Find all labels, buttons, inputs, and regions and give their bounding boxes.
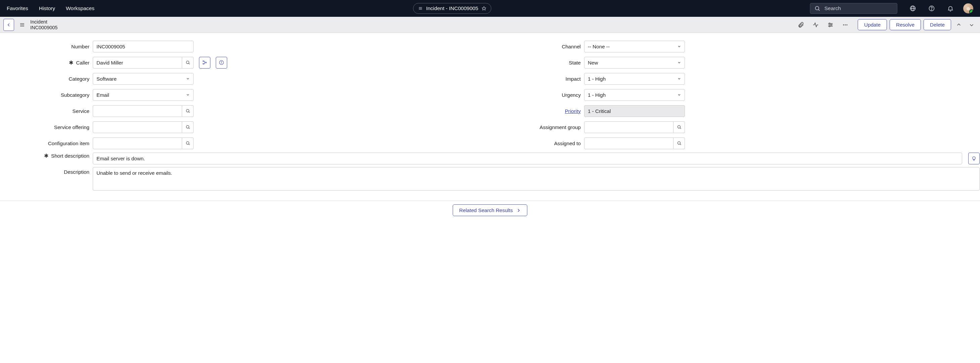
assigned-to-lookup-button[interactable] bbox=[673, 137, 685, 149]
search-icon bbox=[814, 5, 820, 11]
breadcrumb-id: INC0009005 bbox=[30, 25, 57, 30]
title-pill[interactable]: Incident - INC0009005 bbox=[413, 3, 492, 14]
svg-point-23 bbox=[186, 61, 189, 64]
settings-sliders-icon[interactable] bbox=[826, 21, 835, 29]
nav-favorites[interactable]: Favorites bbox=[7, 5, 28, 11]
chevron-down-icon bbox=[186, 93, 190, 97]
bell-icon[interactable] bbox=[944, 2, 956, 14]
chevron-down-icon bbox=[677, 93, 681, 97]
global-search[interactable] bbox=[810, 3, 897, 14]
description-field[interactable]: Unable to send or receive emails. bbox=[93, 167, 980, 191]
caller-field[interactable] bbox=[93, 57, 182, 68]
nav-workspaces[interactable]: Workspaces bbox=[66, 5, 94, 11]
label-service-offering: Service offering bbox=[0, 124, 89, 130]
configuration-item-field[interactable] bbox=[93, 137, 182, 149]
label-service: Service bbox=[0, 108, 89, 114]
category-select[interactable]: Software bbox=[93, 73, 194, 85]
global-topbar: Favorites History Workspaces Incident - … bbox=[0, 0, 980, 17]
svg-line-32 bbox=[189, 111, 189, 113]
incident-form: Number ✱ Caller bbox=[0, 33, 980, 201]
svg-point-27 bbox=[206, 62, 207, 63]
short-description-field[interactable] bbox=[93, 153, 962, 164]
impact-value: 1 - High bbox=[588, 76, 606, 82]
svg-line-40 bbox=[680, 144, 681, 145]
svg-point-19 bbox=[829, 25, 830, 27]
svg-point-30 bbox=[221, 62, 221, 62]
required-icon: ✱ bbox=[44, 153, 48, 159]
form-right-column: Channel -- None -- State New Impact 1 - … bbox=[492, 40, 980, 150]
assigned-to-field[interactable] bbox=[584, 137, 673, 149]
svg-point-22 bbox=[846, 24, 848, 25]
assignment-group-field[interactable] bbox=[584, 121, 673, 133]
configuration-item-lookup-button[interactable] bbox=[182, 137, 194, 149]
help-icon[interactable] bbox=[926, 2, 938, 14]
label-short-description: ✱ Short description bbox=[0, 153, 89, 159]
category-value: Software bbox=[97, 76, 117, 82]
channel-value: -- None -- bbox=[588, 44, 609, 49]
globe-icon[interactable] bbox=[907, 2, 919, 14]
star-icon[interactable] bbox=[482, 6, 486, 11]
label-description: Description bbox=[0, 167, 89, 175]
label-category: Category bbox=[0, 76, 89, 82]
state-value: New bbox=[588, 60, 598, 65]
urgency-value: 1 - High bbox=[588, 92, 606, 98]
breadcrumb: Incident INC0009005 bbox=[30, 19, 57, 30]
number-field[interactable] bbox=[93, 41, 194, 53]
chevron-down-icon bbox=[677, 76, 681, 81]
svg-point-31 bbox=[186, 109, 189, 112]
impact-select[interactable]: 1 - High bbox=[584, 73, 685, 85]
service-offering-lookup-button[interactable] bbox=[182, 121, 194, 133]
topbar-nav: Favorites History Workspaces bbox=[7, 5, 94, 11]
attachment-icon[interactable] bbox=[797, 21, 805, 29]
nav-history[interactable]: History bbox=[39, 5, 55, 11]
label-caller-text: Caller bbox=[76, 60, 89, 65]
next-record-button[interactable] bbox=[967, 20, 977, 30]
update-button[interactable]: Update bbox=[858, 19, 887, 30]
assignment-group-lookup-button[interactable] bbox=[673, 121, 685, 133]
caller-lookup-button[interactable] bbox=[182, 57, 194, 68]
label-priority[interactable]: Priority bbox=[492, 108, 581, 114]
svg-line-38 bbox=[680, 128, 681, 129]
service-lookup-button[interactable] bbox=[182, 105, 194, 117]
delete-button[interactable]: Delete bbox=[924, 19, 951, 30]
prev-record-button[interactable] bbox=[954, 20, 964, 30]
topbar-right-icons bbox=[907, 2, 973, 14]
channel-select[interactable]: -- None -- bbox=[584, 41, 685, 53]
label-state: State bbox=[492, 60, 581, 65]
label-configuration-item: Configuration item bbox=[0, 140, 89, 146]
related-search-label: Related Search Results bbox=[459, 207, 513, 213]
svg-point-21 bbox=[845, 24, 846, 25]
activity-icon[interactable] bbox=[811, 21, 820, 29]
state-select[interactable]: New bbox=[584, 57, 685, 68]
svg-point-18 bbox=[831, 24, 832, 25]
toggle-sidebar-button[interactable] bbox=[18, 22, 27, 28]
caller-tree-button[interactable] bbox=[199, 57, 210, 68]
label-assigned-to: Assigned to bbox=[492, 140, 581, 146]
caller-info-button[interactable] bbox=[216, 57, 227, 68]
breadcrumb-type: Incident bbox=[30, 19, 57, 25]
svg-point-17 bbox=[829, 23, 830, 24]
bottom-bar: Related Search Results bbox=[0, 201, 980, 220]
related-search-button[interactable]: Related Search Results bbox=[453, 204, 527, 216]
svg-marker-3 bbox=[482, 6, 486, 10]
global-search-input[interactable] bbox=[824, 5, 893, 11]
avatar[interactable] bbox=[963, 3, 973, 13]
label-urgency: Urgency bbox=[492, 92, 581, 98]
label-channel: Channel bbox=[492, 44, 581, 49]
svg-point-33 bbox=[186, 125, 189, 128]
suggest-button[interactable] bbox=[968, 153, 980, 164]
back-button[interactable] bbox=[3, 19, 14, 31]
more-icon[interactable] bbox=[841, 21, 850, 29]
svg-point-39 bbox=[678, 142, 680, 144]
service-offering-field[interactable] bbox=[93, 121, 182, 133]
form-left-column: Number ✱ Caller bbox=[0, 40, 488, 150]
resolve-button[interactable]: Resolve bbox=[889, 19, 921, 30]
urgency-select[interactable]: 1 - High bbox=[584, 89, 685, 101]
label-caller: ✱ Caller bbox=[0, 59, 89, 66]
svg-point-35 bbox=[186, 142, 189, 144]
priority-field bbox=[584, 105, 685, 117]
service-field[interactable] bbox=[93, 105, 182, 117]
chevron-down-icon bbox=[677, 61, 681, 65]
subcategory-select[interactable]: Email bbox=[93, 89, 194, 101]
svg-point-4 bbox=[815, 6, 819, 10]
